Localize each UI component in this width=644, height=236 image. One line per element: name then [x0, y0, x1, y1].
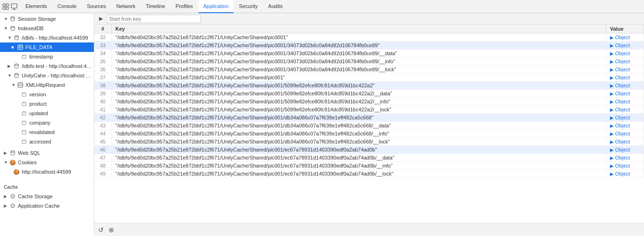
cursor-icon[interactable]	[2, 3, 9, 10]
table-row[interactable]: 47"/idbfs/9ed0d20bc957a25b21e872bbf1c2f6…	[94, 154, 644, 162]
row-value[interactable]: ▶ Object	[606, 90, 644, 98]
sidebar-item-file-data[interactable]: ■ FILE_DATA	[0, 42, 94, 52]
tab-sources[interactable]: Sources	[82, 0, 110, 13]
expand-icon[interactable]: ▶	[610, 59, 615, 64]
cookie-icon: 🍪	[13, 169, 20, 175]
sidebar-item-accessed[interactable]: accessed	[0, 137, 94, 146]
expand-icon[interactable]: ▶	[610, 123, 615, 128]
row-key: "/idbfs/9ed0d20bc957a25b21e872bbf1c2f671…	[111, 66, 606, 74]
tab-network[interactable]: Network	[112, 0, 140, 13]
expand-icon[interactable]: ▶	[610, 163, 615, 169]
row-value[interactable]: ▶ Object	[606, 34, 644, 42]
row-num: 45	[94, 138, 111, 146]
sidebar-item-websql[interactable]: ▶ Web SQL	[0, 148, 94, 158]
row-num: 39	[94, 90, 111, 98]
sidebar-item-localhost-cookie[interactable]: 🍪 http://localhost:44599	[0, 167, 94, 177]
expand-icon[interactable]: ▶	[610, 115, 615, 120]
table-row[interactable]: 37"/idbfs/9ed0d20bc957a25b21e872bbf1c2f6…	[94, 74, 644, 82]
start-from-key-input[interactable]	[107, 15, 201, 23]
stop-button[interactable]: ⊗	[108, 225, 115, 235]
row-num: 40	[94, 98, 111, 106]
table-row[interactable]: 32"/idbfs/9ed0d20bc957a25b21e872bbf1c2f6…	[94, 34, 644, 42]
table-row[interactable]: 33"/idbfs/9ed0d20bc957a25b21e872bbf1c2f6…	[94, 42, 644, 50]
sidebar-item-cache-storage[interactable]: ▶ Cache Storage	[0, 192, 94, 201]
table-row[interactable]: 40"/idbfs/9ed0d20bc957a25b21e872bbf1c2f6…	[94, 98, 644, 106]
expand-icon[interactable]: ▶	[610, 43, 615, 48]
sidebar-item-cookies[interactable]: ▼ 🍪 Cookies	[0, 158, 94, 167]
inspect-icon[interactable]	[10, 3, 18, 10]
row-num: 49	[94, 170, 111, 178]
row-num: 48	[94, 162, 111, 170]
tab-security[interactable]: Security	[234, 0, 263, 13]
table-row[interactable]: 36"/idbfs/9ed0d20bc957a25b21e872bbf1c2f6…	[94, 66, 644, 74]
expand-icon[interactable]: ▶	[610, 171, 615, 177]
row-value[interactable]: ▶ Object	[606, 138, 644, 146]
row-value[interactable]: ▶ Object	[606, 74, 644, 82]
row-value[interactable]: ▶ Object	[606, 154, 644, 162]
row-key: "/idbfs/9ed0d20bc957a25b21e872bbf1c2f671…	[111, 98, 606, 106]
expand-icon[interactable]: ▶	[610, 75, 615, 80]
sidebar-item-updated[interactable]: updated	[0, 109, 94, 118]
table-row[interactable]: 41"/idbfs/9ed0d20bc957a25b21e872bbf1c2f6…	[94, 106, 644, 114]
table-row[interactable]: 34"/idbfs/9ed0d20bc957a25b21e872bbf1c2f6…	[94, 50, 644, 58]
table-row[interactable]: 44"/idbfs/9ed0d20bc957a25b21e872bbf1c2f6…	[94, 130, 644, 138]
tab-elements[interactable]: Elements	[21, 0, 52, 13]
sidebar-item-unitycache[interactable]: ▼ UnityCahe - http://localhost:44599	[0, 71, 94, 80]
row-value[interactable]: ▶ Object	[606, 82, 644, 90]
sidebar-item-product[interactable]: product	[0, 99, 94, 109]
table-row[interactable]: 35"/idbfs/9ed0d20bc957a25b21e872bbf1c2f6…	[94, 58, 644, 66]
tab-timeline[interactable]: Timeline	[141, 0, 170, 13]
sidebar-item-xmlhttprequest[interactable]: ▼ XMLHttpRequest	[0, 80, 94, 90]
sidebar-item-timestamp[interactable]: timestamp	[0, 52, 94, 61]
refresh-button[interactable]: ↺	[97, 225, 105, 235]
sidebar-item-company[interactable]: company	[0, 118, 94, 127]
row-value[interactable]: ▶ Object	[606, 98, 644, 106]
table-row[interactable]: 38"/idbfs/9ed0d20bc957a25b21e872bbf1c2f6…	[94, 82, 644, 90]
table-row[interactable]: 45"/idbfs/9ed0d20bc957a25b21e872bbf1c2f6…	[94, 138, 644, 146]
tab-profiles[interactable]: Profiles	[171, 0, 198, 13]
row-value[interactable]: ▶ Object	[606, 162, 644, 170]
svg-rect-1	[6, 4, 8, 6]
tab-audits[interactable]: Audits	[263, 0, 287, 13]
row-value[interactable]: ▶ Object	[606, 106, 644, 114]
expand-icon[interactable]: ▶	[610, 155, 615, 160]
row-value[interactable]: ▶ Object	[606, 130, 644, 138]
row-value[interactable]: ▶ Object	[606, 50, 644, 58]
row-value[interactable]: ▶ Object	[606, 58, 644, 66]
row-value[interactable]: ▶ Object	[606, 122, 644, 130]
row-value[interactable]: ▶ Object	[606, 114, 644, 122]
tab-application[interactable]: Application	[199, 0, 234, 13]
sidebar-item-indexeddb[interactable]: ▼ IndexedDB	[0, 24, 94, 33]
tab-console[interactable]: Console	[53, 0, 81, 13]
play-button[interactable]: ▶	[97, 15, 105, 23]
cookie-icon: 🍪	[9, 159, 16, 166]
sidebar-item-session-storage[interactable]: ▼ Session Storage	[0, 14, 94, 24]
sidebar-item-idbfs-test[interactable]: ▶ /idbfs-test - http://localhost:44599	[0, 61, 94, 71]
expand-icon[interactable]: ▶	[610, 51, 615, 56]
sidebar-item-version[interactable]: version	[0, 90, 94, 99]
sidebar-item-idbfs[interactable]: ▼ /idbfs - http://localhost:44599	[0, 33, 94, 42]
col-key: Key	[111, 25, 606, 34]
table-row[interactable]: 49"/idbfs/9ed0d20bc957a25b21e872bbf1c2f6…	[94, 170, 644, 178]
row-value[interactable]: ▶ Object	[606, 42, 644, 50]
expand-icon[interactable]: ▶	[610, 83, 615, 88]
row-key: "/idbfs/9ed0d20bc957a25b21e872bbf1c2f671…	[111, 130, 606, 138]
expand-icon[interactable]: ▶	[610, 99, 615, 104]
expand-icon[interactable]: ▶	[610, 131, 615, 136]
expand-icon[interactable]: ▶	[610, 35, 615, 40]
sidebar-item-revalidated[interactable]: revalidated	[0, 127, 94, 137]
table-row[interactable]: 43"/idbfs/9ed0d20bc957a25b21e872bbf1c2f6…	[94, 122, 644, 130]
expand-icon[interactable]: ▶	[610, 107, 615, 112]
table-row[interactable]: 46"/idbfs/9ed0d20bc957a25b21e872bbf1c2f6…	[94, 146, 644, 154]
expand-icon[interactable]: ▶	[610, 147, 615, 152]
row-value[interactable]: ▶ Object	[606, 170, 644, 178]
table-row[interactable]: 42"/idbfs/9ed0d20bc957a25b21e872bbf1c2f6…	[94, 114, 644, 122]
sidebar-item-application-cache[interactable]: ▶ Application Cache	[0, 201, 94, 211]
expand-icon[interactable]: ▶	[610, 67, 615, 72]
row-value[interactable]: ▶ Object	[606, 146, 644, 154]
expand-icon[interactable]: ▶	[610, 91, 615, 96]
table-row[interactable]: 48"/idbfs/9ed0d20bc957a25b21e872bbf1c2f6…	[94, 162, 644, 170]
table-row[interactable]: 39"/idbfs/9ed0d20bc957a25b21e872bbf1c2f6…	[94, 90, 644, 98]
row-value[interactable]: ▶ Object	[606, 66, 644, 74]
expand-icon[interactable]: ▶	[610, 139, 615, 144]
